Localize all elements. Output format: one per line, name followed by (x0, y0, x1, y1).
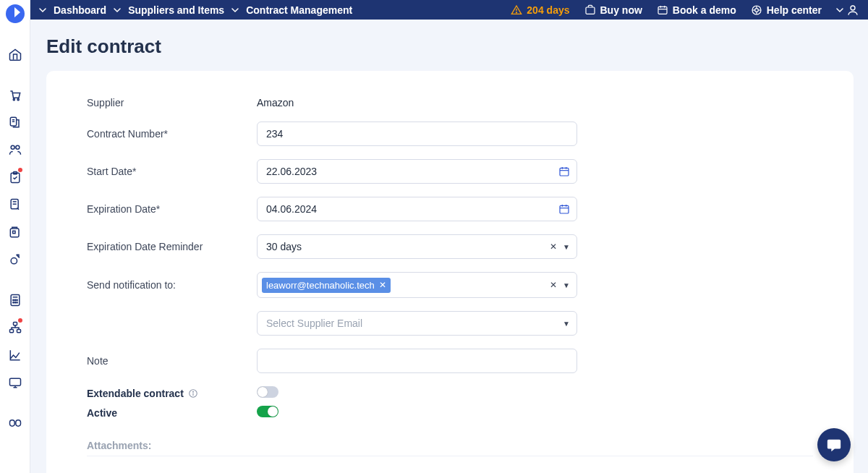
expiration-reminder-select[interactable]: 30 days (257, 234, 577, 259)
calendar-icon[interactable] (558, 166, 570, 177)
chevron-down-icon[interactable]: ▼ (563, 281, 570, 289)
sidebar (0, 0, 30, 473)
help-center-link[interactable]: Help center (751, 4, 822, 16)
label-extendable: Extendable contract (87, 388, 257, 399)
active-toggle[interactable] (257, 406, 278, 417)
attachments-heading: Attachments: (87, 440, 813, 451)
expiration-date-input[interactable] (257, 197, 577, 221)
label-supplier: Supplier (87, 97, 257, 108)
svg-point-53 (192, 391, 193, 392)
info-icon[interactable] (188, 388, 198, 399)
sidebar-integrations-icon[interactable] (1, 409, 30, 437)
svg-rect-27 (12, 231, 14, 233)
sidebar-invoice-icon[interactable] (1, 108, 30, 136)
notification-recipients-select[interactable]: leaworr@technaholic.tech ✕ (257, 272, 577, 298)
sidebar-home-icon[interactable] (1, 41, 30, 68)
svg-rect-41 (9, 420, 14, 426)
book-demo-link[interactable]: Book a demo (657, 4, 736, 16)
svg-point-31 (12, 299, 13, 300)
label-start-date: Start Date* (87, 166, 257, 177)
note-input[interactable] (257, 349, 577, 373)
svg-rect-2 (586, 7, 595, 14)
chevron-down-icon[interactable]: ▼ (563, 320, 570, 328)
svg-rect-42 (15, 420, 20, 426)
svg-point-36 (16, 302, 17, 303)
svg-rect-39 (17, 330, 20, 333)
label-active: Active (87, 407, 257, 419)
chevron-down-icon (836, 7, 843, 14)
sidebar-reports-icon[interactable] (1, 341, 30, 369)
breadcrumb-contract-management[interactable]: Contract Management (246, 4, 352, 16)
breadcrumb-suppliers[interactable]: Suppliers and Items (128, 4, 224, 16)
contract-number-input[interactable] (257, 122, 577, 146)
breadcrumb: Dashboard Suppliers and Items Contract M… (39, 4, 511, 16)
svg-rect-26 (10, 229, 19, 237)
remove-chip-icon[interactable]: ✕ (379, 280, 386, 290)
svg-point-19 (11, 145, 14, 149)
app-logo[interactable] (6, 4, 25, 23)
extendable-toggle[interactable] (257, 386, 278, 398)
svg-rect-37 (13, 323, 17, 325)
svg-rect-3 (658, 7, 667, 14)
recipient-chip: leaworr@technaholic.tech ✕ (262, 278, 391, 293)
help-center-label: Help center (767, 4, 822, 16)
user-menu[interactable] (836, 4, 859, 17)
topbar: Dashboard Suppliers and Items Contract M… (0, 0, 868, 20)
sidebar-calculator-icon[interactable] (1, 286, 30, 314)
chevron-down-icon[interactable]: ▼ (563, 243, 570, 251)
svg-point-20 (15, 145, 19, 149)
sidebar-monitor-icon[interactable] (1, 369, 30, 396)
sidebar-suppliers-icon[interactable] (1, 136, 30, 163)
value-supplier: Amazon (257, 97, 577, 108)
sidebar-budgets-icon[interactable] (1, 246, 30, 273)
book-demo-label: Book a demo (673, 4, 736, 16)
clear-icon[interactable]: ✕ (550, 280, 557, 290)
label-expiration-date: Expiration Date* (87, 203, 257, 215)
calendar-icon[interactable] (558, 203, 570, 215)
chevron-down-icon[interactable] (114, 7, 121, 14)
page-title: Edit contract (30, 20, 868, 65)
svg-point-28 (11, 258, 17, 264)
svg-point-8 (754, 8, 758, 12)
sidebar-org-icon[interactable] (1, 314, 30, 341)
chat-icon (826, 437, 842, 453)
clear-icon[interactable]: ✕ (550, 242, 557, 252)
svg-point-1 (516, 12, 517, 12)
label-contract-number: Contract Number* (87, 128, 257, 140)
page: Edit contract Supplier Amazon Contract N… (30, 0, 868, 473)
user-icon (846, 4, 859, 17)
svg-rect-47 (560, 205, 569, 213)
svg-point-35 (14, 302, 15, 303)
label-note: Note (87, 355, 257, 367)
supplier-email-select[interactable]: Select Supplier Email (257, 311, 577, 336)
edit-contract-card: Supplier Amazon Contract Number* Start D… (46, 71, 854, 473)
sidebar-approvals-icon[interactable] (1, 163, 30, 191)
svg-point-34 (12, 302, 13, 303)
chevron-down-icon[interactable] (39, 7, 46, 14)
breadcrumb-dashboard[interactable]: Dashboard (54, 4, 106, 16)
sidebar-inventory-icon[interactable] (1, 218, 30, 246)
sidebar-cart-icon[interactable] (1, 81, 30, 108)
sidebar-receipts-icon[interactable] (1, 191, 30, 218)
recipient-chip-label: leaworr@technaholic.tech (266, 280, 375, 291)
svg-point-13 (851, 6, 855, 10)
buy-now-label: Buy now (600, 4, 642, 16)
chevron-down-icon[interactable] (231, 7, 239, 14)
topbar-right: 204 days Buy now Book a demo Help center (511, 4, 859, 17)
buy-now-link[interactable]: Buy now (584, 4, 642, 16)
svg-point-32 (14, 299, 15, 300)
svg-point-33 (16, 299, 17, 300)
trial-days-label: 204 days (527, 4, 569, 16)
chat-fab[interactable] (817, 428, 851, 461)
svg-point-14 (13, 99, 14, 101)
svg-rect-40 (9, 378, 20, 385)
label-expiration-reminder: Expiration Date Reminder (87, 241, 257, 252)
svg-rect-43 (560, 168, 569, 176)
svg-point-15 (17, 99, 19, 101)
start-date-input[interactable] (257, 159, 577, 184)
trial-days[interactable]: 204 days (511, 4, 569, 16)
label-send-notification: Send notification to: (87, 279, 257, 291)
divider (87, 456, 813, 456)
svg-rect-38 (9, 330, 13, 333)
